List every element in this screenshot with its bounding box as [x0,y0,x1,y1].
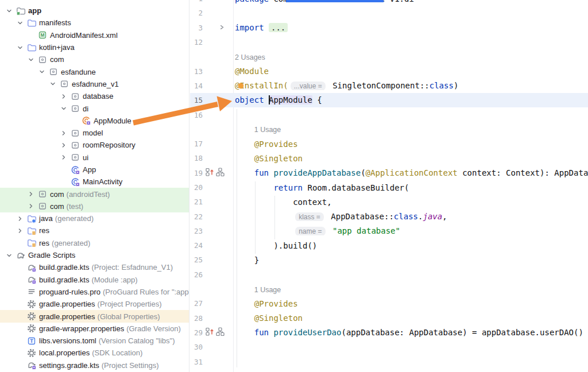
gutter[interactable]: 19 [190,166,233,180]
tree-item-gradle-scripts[interactable]: Gradle Scripts [0,249,189,261]
chevron-down-icon[interactable] [49,80,60,87]
tree-item-java-generated[interactable]: java(generated) [0,212,189,224]
line-number[interactable]: 27 [190,299,203,308]
code-line-16[interactable]: 16 [190,107,588,122]
usages-hint[interactable]: 2 Usages [235,53,265,61]
code-line-18[interactable]: 18 @Singleton [190,151,588,165]
code-text[interactable]: @Module [233,67,588,76]
tree-item-app-class[interactable]: App [0,164,189,176]
chevron-right-icon[interactable] [60,142,71,149]
tree-item-gradle-wrapper-properties[interactable]: gradle-wrapper.properties(Gradle Version… [0,323,189,335]
code-text[interactable]: @InstallIn(...value = SingletonComponent… [233,81,588,90]
dependency-graph-gutter-icon[interactable] [216,327,225,338]
code-line-3[interactable]: 3import ... [190,21,588,35]
tree-item-appmodule[interactable]: AppModule [0,115,189,127]
tree-item-local-properties[interactable]: local.properties(SDK Location) [0,347,189,359]
gutter[interactable]: 1 [190,0,233,6]
chevron-down-icon[interactable] [17,44,27,51]
gutter[interactable]: 23 [190,224,233,238]
tree-item-res-generated[interactable]: res(generated) [0,237,189,249]
code-text[interactable]: name = "app_database" [233,226,588,235]
chevron-right-icon[interactable] [28,203,38,210]
editor-pane[interactable]: 1package com.esfandune.esfadnune_v1.di23… [190,0,588,372]
chevron-down-icon[interactable] [6,7,16,14]
code-line-27[interactable]: 27 @Provides [190,296,588,311]
code-line-12[interactable]: 12 [190,35,588,49]
line-number[interactable]: 30 [190,343,203,351]
code-line-1[interactable]: 1package com.esfandune.esfadnune_v1.di [190,0,588,6]
code-text[interactable]: ).build() [233,241,588,250]
gutter[interactable]: 20 [190,180,233,195]
line-number[interactable]: 19 [190,169,203,177]
gutter[interactable]: 24 [190,238,233,253]
gutter[interactable]: 12 [190,35,233,49]
tree-item-manifests[interactable]: manifests [0,17,189,29]
gutter[interactable]: 21 [190,195,233,209]
code-line-13[interactable]: 13@Module [190,64,588,78]
dependency-consumers-gutter-icon[interactable] [206,168,214,179]
line-number[interactable]: 26 [190,270,203,279]
code-line-31[interactable]: 31 [190,354,588,369]
fold-chevron-icon[interactable] [219,22,225,33]
code-line-20[interactable]: 20 return Room.databaseBuilder( [190,180,588,195]
code-text[interactable]: @Provides [233,140,588,149]
line-number[interactable]: 15 [190,96,203,104]
chevron-down-icon[interactable] [6,252,16,259]
line-number[interactable]: 25 [190,255,203,264]
line-number[interactable]: 13 [190,67,203,76]
gutter[interactable]: 15 [190,93,233,107]
line-number[interactable]: 22 [190,212,203,221]
line-number[interactable]: 28 [190,314,203,323]
tree-item-mainactivity[interactable]: MainActivity [0,176,189,188]
chevron-right-icon[interactable] [17,215,27,222]
code-line-30[interactable]: 30 [190,340,588,354]
inlay-hint[interactable]: ...value = [291,82,326,90]
project-tool-window[interactable]: appmanifestsMAndroidManifest.xmlkotlin+j… [0,0,189,372]
line-number[interactable]: 20 [190,183,203,192]
usages-hint[interactable]: 1 Usage [254,126,281,134]
tree-item-di[interactable]: di [0,102,189,114]
tree-item-esfadnune-v1[interactable]: esfadnune_v1 [0,78,189,90]
code-line-15[interactable]: 15object AppModule { [190,93,588,107]
line-number[interactable]: 14 [190,82,203,90]
tree-item-model[interactable]: model [0,127,189,139]
gutter[interactable]: 30 [190,340,233,354]
code-line-24[interactable]: 24 ).build() [190,238,588,253]
gutter[interactable]: 28 [190,311,233,326]
gutter[interactable]: 26 [190,268,233,282]
gutter[interactable]: 16 [190,107,233,122]
usages-inlay-row[interactable]: 1 Usage [190,122,588,137]
code-text[interactable]: fun provideAppDatabase(@ApplicationConte… [233,168,588,177]
gutter[interactable]: 2 [190,6,233,20]
code-text[interactable]: @Singleton [233,154,588,163]
code-line-23[interactable]: 23 name = "app_database" [190,224,588,238]
chevron-down-icon[interactable] [28,56,38,63]
code-text[interactable]: import ... [233,23,588,32]
gutter[interactable]: 22 [190,209,233,223]
chevron-right-icon[interactable] [17,227,27,234]
code-text[interactable]: object AppModule { [233,95,588,106]
code-text[interactable]: klass = AppDatabase::class.java, [233,212,588,221]
gutter[interactable]: 25 [190,253,233,267]
usages-hint[interactable]: 1 Usage [254,286,281,294]
gutter[interactable]: 13 [190,64,233,78]
code-line-17[interactable]: 17 @Provides [190,137,588,151]
inlay-hint[interactable]: name = [295,227,325,235]
code-line-25[interactable]: 25 } [190,253,588,267]
line-number[interactable]: 2 [190,9,203,17]
chevron-down-icon[interactable] [60,105,71,112]
code-line-28[interactable]: 28 @Singleton [190,311,588,326]
tree-item-build-gradle-project[interactable]: build.gradle.kts(Project: Esfadnune_V1) [0,261,189,273]
code-text[interactable]: context, [233,197,588,207]
tree-item-kotlin-java[interactable]: kotlin+java [0,41,189,53]
tree-item-app[interactable]: app [0,5,189,17]
gutter[interactable]: 27 [190,296,233,311]
code-line-22[interactable]: 22 klass = AppDatabase::class.java, [190,209,588,223]
chevron-right-icon[interactable] [60,93,71,100]
tree-item-settings-gradle[interactable]: settings.gradle.kts(Project Settings) [0,359,189,371]
gutter[interactable]: 29 [190,326,233,340]
gutter[interactable]: 3 [190,21,233,35]
tree-item-roomrepository[interactable]: roomRepository [0,139,189,151]
line-number[interactable]: 16 [190,111,203,119]
line-number[interactable]: 31 [190,358,203,366]
